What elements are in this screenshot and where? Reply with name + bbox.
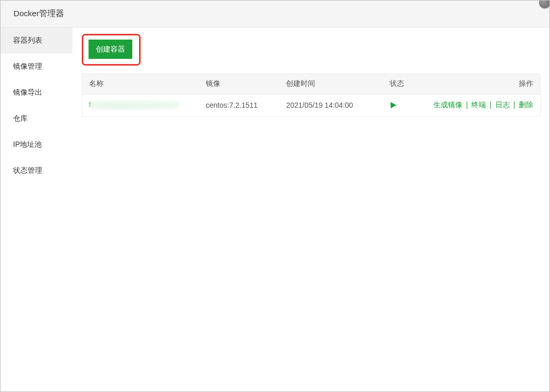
action-logs[interactable]: 日志	[495, 100, 510, 109]
header: Docker管理器	[0, 0, 550, 28]
sidebar-item-label: IP地址池	[13, 140, 42, 149]
sidebar-item-label: 容器列表	[13, 36, 42, 45]
container-table: 名称 镜像 创建时间 状态 操作 f centos:7.2.1511 2021/…	[82, 73, 541, 117]
action-delete[interactable]: 删除	[519, 100, 533, 109]
sidebar-item-status[interactable]: 状态管理	[0, 158, 72, 184]
sidebar-item-label: 仓库	[13, 114, 28, 123]
highlight-annotation: 创建容器	[82, 34, 141, 66]
corner-handle-icon[interactable]	[539, 0, 550, 8]
sidebar-item-ip-pool[interactable]: IP地址池	[0, 132, 72, 158]
cell-operate: 生成镜像 | 终端 | 日志 | 删除	[427, 94, 541, 116]
action-separator: |	[466, 100, 468, 109]
cell-create-time: 2021/05/19 14:04:00	[279, 94, 382, 116]
svg-marker-0	[391, 102, 396, 108]
redacted-name-blur	[90, 99, 179, 111]
sidebar-item-registry[interactable]: 仓库	[0, 106, 72, 132]
cell-status	[383, 94, 427, 116]
create-container-button[interactable]: 创建容器	[89, 40, 132, 59]
cell-name: f	[82, 94, 199, 116]
table-header-row: 名称 镜像 创建时间 状态 操作	[82, 73, 541, 94]
table-row: f centos:7.2.1511 2021/05/19 14:04:00 生成…	[82, 94, 541, 116]
action-terminal[interactable]: 终端	[471, 100, 486, 109]
action-build-image[interactable]: 生成镜像	[433, 100, 463, 109]
col-header-image: 镜像	[199, 73, 279, 94]
sidebar-item-label: 状态管理	[13, 166, 42, 175]
sidebar-item-label: 镜像管理	[13, 62, 42, 71]
sidebar-item-image-export[interactable]: 镜像导出	[0, 80, 72, 106]
action-separator: |	[490, 100, 492, 109]
col-header-create-time: 创建时间	[279, 73, 382, 94]
sidebar-item-containers[interactable]: 容器列表	[0, 28, 72, 54]
col-header-status: 状态	[383, 73, 427, 94]
col-header-name: 名称	[82, 73, 199, 94]
col-header-operate: 操作	[427, 73, 541, 94]
action-separator: |	[513, 100, 515, 109]
sidebar-item-label: 镜像导出	[13, 88, 42, 97]
play-icon[interactable]	[390, 102, 397, 109]
sidebar: 容器列表 镜像管理 镜像导出 仓库 IP地址池 状态管理	[0, 28, 72, 392]
body: 容器列表 镜像管理 镜像导出 仓库 IP地址池 状态管理 创建容器 名称 镜像	[0, 28, 550, 392]
page-title: Docker管理器	[14, 8, 64, 19]
cell-image: centos:7.2.1511	[199, 94, 279, 116]
main: 创建容器 名称 镜像 创建时间 状态 操作 f centos:7.2.1511	[72, 28, 550, 392]
sidebar-item-images[interactable]: 镜像管理	[0, 54, 72, 80]
